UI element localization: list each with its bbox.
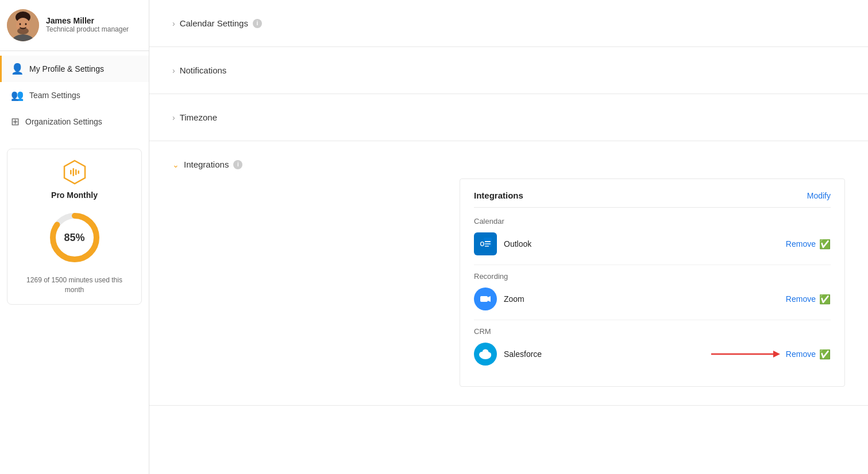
integration-left-outlook: O Outlook [474,232,531,255]
integration-right-zoom: Remove ✅ [786,294,831,305]
section-integrations: ⌄ Integrations i Integrations Modify Cal… [149,141,868,406]
zoom-remove-link[interactable]: Remove [786,294,816,304]
outlook-logo: O [474,232,497,255]
svg-rect-17 [485,243,491,244]
integration-left-zoom: Zoom [474,287,524,310]
integration-item-outlook: O Outlook Remove ✅ [474,232,831,255]
sidebar-item-label-my-profile: My Profile & Settings [29,64,104,73]
plan-card: Pro Monthly 85% 1269 of 1500 minutes use… [7,149,142,305]
sidebar-item-label-team-settings: Team Settings [29,91,80,100]
sidebar-item-my-profile[interactable]: 👤 My Profile & Settings [0,56,149,82]
calendar-group-label: Calendar [474,217,831,226]
chevron-right-icon-timezone: › [172,113,175,122]
svg-point-3 [20,23,21,25]
user-title: Technical product manager [46,25,129,34]
zoom-check-icon: ✅ [819,294,831,305]
user-info: James Miller Technical product manager [46,16,129,34]
svg-marker-7 [64,161,85,184]
nav-menu: 👤 My Profile & Settings 👥 Team Settings … [0,51,149,139]
crm-group-label: CRM [474,327,831,336]
red-arrow-annotation [711,347,782,361]
integrations-panel-header: Integrations Modify [474,191,831,208]
modify-link[interactable]: Modify [807,191,831,200]
salesforce-logo [474,343,497,366]
sidebar-item-org-settings[interactable]: ⊞ Organization Settings [0,108,149,135]
plan-name: Pro Monthly [17,191,132,200]
integrations-panel-title: Integrations [474,191,523,200]
separator-1 [474,265,831,265]
section-header-integrations[interactable]: ⌄ Integrations i [172,160,845,169]
outlook-name: Outlook [504,239,531,248]
donut-percent: 85% [64,232,84,244]
info-icon-integrations[interactable]: i [233,160,242,169]
recording-group-label: Recording [474,272,831,281]
zoom-logo [474,287,497,310]
integration-left-salesforce: Salesforce [474,343,542,366]
plan-usage: 1269 of 1500 minutes used this month [17,275,132,295]
section-timezone: › Timezone [149,94,868,141]
sidebar: James Miller Technical product manager 👤… [0,0,149,474]
user-name: James Miller [46,16,129,25]
section-title-integrations: Integrations [184,160,229,169]
donut-chart: 85% [46,209,103,266]
svg-rect-16 [485,241,491,242]
org-icon: ⊞ [11,115,20,128]
svg-marker-29 [773,351,780,358]
outlook-check-icon: ✅ [819,239,831,250]
salesforce-check-icon: ✅ [819,349,831,360]
svg-rect-18 [485,246,489,247]
integration-group-recording: Recording Zoom [474,272,831,310]
svg-rect-21 [480,296,488,302]
salesforce-name: Salesforce [504,349,542,359]
user-profile: James Miller Technical product manager [0,0,149,51]
main-content: › Calendar Settings i › Notifications › … [149,0,868,474]
integration-group-crm: CRM Salesf [474,327,831,366]
chevron-right-icon: › [172,19,175,28]
salesforce-remove-link[interactable]: Remove [786,349,816,359]
svg-rect-9 [72,168,74,176]
chevron-right-icon-notifications: › [172,66,175,75]
section-title-notifications: Notifications [180,65,227,75]
avatar [7,9,39,41]
person-icon: 👤 [11,63,24,75]
svg-rect-8 [70,170,72,174]
sidebar-item-label-org-settings: Organization Settings [25,117,102,126]
svg-point-5 [17,28,29,34]
section-header-timezone[interactable]: › Timezone [172,112,845,122]
plan-icon [61,158,88,186]
zoom-name: Zoom [504,294,524,304]
integration-right-outlook: Remove ✅ [786,239,831,250]
svg-rect-11 [78,170,79,174]
integrations-panel: Integrations Modify Calendar [460,178,845,387]
section-header-calendar[interactable]: › Calendar Settings i [172,18,845,28]
section-title-calendar: Calendar Settings [180,18,248,28]
svg-point-27 [483,349,489,356]
separator-2 [474,320,831,320]
svg-point-4 [25,23,27,25]
integration-item-salesforce: Salesforce Remove ✅ [474,343,831,366]
chevron-down-icon-integrations: ⌄ [172,160,179,169]
team-icon: 👥 [11,89,24,102]
integration-group-calendar: Calendar O [474,217,831,255]
avatar-image [7,9,39,41]
svg-text:O: O [480,241,485,247]
section-notifications: › Notifications [149,47,868,94]
sidebar-item-team-settings[interactable]: 👥 Team Settings [0,82,149,108]
info-icon-calendar[interactable]: i [253,19,262,28]
integration-right-salesforce: Remove ✅ [711,347,831,361]
outlook-remove-link[interactable]: Remove [786,239,816,248]
section-title-timezone: Timezone [180,112,217,122]
integration-item-zoom: Zoom Remove ✅ [474,287,831,310]
section-header-notifications[interactable]: › Notifications [172,65,845,75]
svg-rect-10 [75,169,77,175]
section-calendar: › Calendar Settings i [149,0,868,47]
